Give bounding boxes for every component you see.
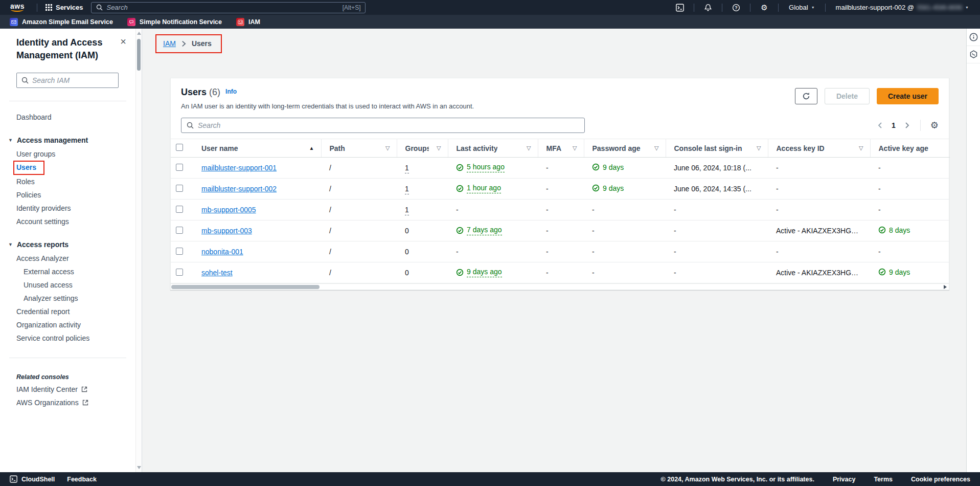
column-active-key-age[interactable]: Active key age <box>879 144 928 152</box>
cell-password-age: - <box>592 227 595 235</box>
delete-button[interactable]: Delete <box>825 88 870 104</box>
favorite-iam[interactable]: IAM <box>236 18 260 26</box>
user-name-link[interactable]: nobonita-001 <box>201 248 243 256</box>
filter-icon[interactable]: ▽ <box>654 145 658 151</box>
select-all-checkbox[interactable] <box>176 144 183 151</box>
check-circle-icon <box>878 268 886 276</box>
close-icon[interactable]: × <box>120 37 126 46</box>
cell-access-key-id: Active - AKIAZXEX3HG… <box>776 227 858 235</box>
sidebar-item-account-settings[interactable]: Account settings <box>16 215 135 228</box>
last-activity-status[interactable]: 5 hours ago <box>456 163 505 172</box>
groups-count-link[interactable]: 1 <box>405 206 409 215</box>
sidebar-search[interactable] <box>16 73 119 88</box>
user-name-link[interactable]: mailbluster-support-001 <box>201 164 277 172</box>
sidebar-item-credential-report[interactable]: Credential report <box>16 305 135 318</box>
cookie-preferences-link[interactable]: Cookie preferences <box>911 476 970 483</box>
sidebar-item-dashboard[interactable]: Dashboard <box>16 111 135 124</box>
sidebar-item-policies[interactable]: Policies <box>16 188 135 202</box>
sidebar-search-input[interactable] <box>32 76 113 84</box>
row-checkbox[interactable] <box>176 248 183 255</box>
table-search-input[interactable] <box>198 121 579 129</box>
create-user-button[interactable]: Create user <box>877 88 939 104</box>
column-mfa[interactable]: MFA <box>546 144 562 152</box>
sidebar-item-user-groups[interactable]: User groups <box>16 147 135 161</box>
refresh-button[interactable] <box>795 88 817 104</box>
filter-icon[interactable]: ▽ <box>859 145 863 151</box>
favorite-ses[interactable]: Amazon Simple Email Service <box>10 18 113 26</box>
column-access-key-id[interactable]: Access key ID <box>777 144 825 152</box>
previous-page-icon[interactable] <box>877 122 884 129</box>
user-name-link[interactable]: mb-support-0005 <box>201 206 256 214</box>
aws-logo[interactable]: aws <box>6 3 32 12</box>
column-password-age[interactable]: Password age <box>592 144 641 152</box>
filter-icon[interactable]: ▽ <box>437 145 441 151</box>
last-activity-status[interactable]: 9 days ago <box>456 268 502 277</box>
column-console-last-sign-in[interactable]: Console last sign-in <box>674 144 742 152</box>
help-button[interactable]: ? <box>727 4 745 12</box>
row-checkbox[interactable] <box>176 227 183 234</box>
account-menu[interactable]: mailbluster-support-002 @ 5581-4586-8696… <box>831 4 974 11</box>
terms-link[interactable]: Terms <box>874 476 893 483</box>
global-search[interactable]: [Alt+S] <box>91 2 366 13</box>
row-checkbox[interactable] <box>176 269 183 276</box>
sidebar-item-iam-identity-center[interactable]: IAM Identity Center <box>16 383 135 396</box>
sidebar-item-unused-access[interactable]: Unused access <box>24 278 135 292</box>
page-number[interactable]: 1 <box>892 121 896 129</box>
cloudshell-footer-button[interactable]: CloudShell <box>10 475 55 483</box>
column-groups[interactable]: Groups <box>405 144 429 152</box>
filter-icon[interactable]: ▽ <box>757 145 761 151</box>
privacy-link[interactable]: Privacy <box>833 476 855 483</box>
scroll-right-arrow[interactable] <box>944 285 947 289</box>
table-settings-icon[interactable]: ⚙ <box>930 121 939 130</box>
feedback-button[interactable]: Feedback <box>67 476 97 483</box>
sidebar-item-organization-activity[interactable]: Organization activity <box>16 318 135 332</box>
row-checkbox[interactable] <box>176 185 183 192</box>
region-selector[interactable]: Global ▼ <box>784 4 820 11</box>
favorite-sns[interactable]: Simple Notification Service <box>127 18 222 26</box>
breadcrumb-iam-link[interactable]: IAM <box>163 39 176 48</box>
row-checkbox[interactable] <box>176 164 183 171</box>
scroll-up-arrow[interactable] <box>137 32 141 35</box>
sidebar-item-users[interactable]: Users <box>16 162 36 172</box>
scroll-down-arrow[interactable] <box>137 466 141 469</box>
sidebar-item-roles[interactable]: Roles <box>16 175 135 188</box>
column-last-activity[interactable]: Last activity <box>457 144 498 152</box>
groups-count-link[interactable]: 1 <box>405 164 409 173</box>
row-checkbox[interactable] <box>176 206 183 213</box>
column-user-name[interactable]: User name <box>201 144 238 152</box>
sidebar-section-access-management[interactable]: ▼ Access management <box>8 136 135 144</box>
last-activity-status[interactable]: 7 days ago <box>456 226 502 235</box>
sort-ascending-icon[interactable]: ▲ <box>309 145 314 151</box>
global-search-input[interactable] <box>106 4 338 11</box>
next-page-icon[interactable] <box>903 122 910 129</box>
scrollbar-thumb[interactable] <box>137 39 141 71</box>
sidebar-item-external-access[interactable]: External access <box>24 265 135 278</box>
settings-button[interactable]: ⚙ <box>756 4 773 11</box>
tools-panel-button[interactable] <box>967 46 980 63</box>
info-panel-button[interactable] <box>967 29 980 46</box>
sidebar-item-service-control-policies[interactable]: Service control policies <box>16 332 135 345</box>
cell-access-key-id: - <box>776 185 779 193</box>
sidebar-item-identity-providers[interactable]: Identity providers <box>16 202 135 215</box>
filter-icon[interactable]: ▽ <box>385 145 390 151</box>
sidebar-item-access-analyzer[interactable]: Access Analyzer <box>16 252 135 265</box>
info-link[interactable]: Info <box>225 88 237 95</box>
last-activity-status[interactable]: 1 hour ago <box>456 184 501 193</box>
sidebar-section-access-reports[interactable]: ▼ Access reports <box>8 240 135 249</box>
notifications-button[interactable] <box>699 4 717 12</box>
scrollbar-thumb[interactable] <box>171 285 320 289</box>
user-name-link[interactable]: sohel-test <box>201 269 233 277</box>
sidebar-item-aws-organizations[interactable]: AWS Organizations <box>16 396 135 409</box>
filter-icon[interactable]: ▽ <box>573 145 577 151</box>
services-menu[interactable]: Services <box>42 4 86 11</box>
sidebar-scrollbar[interactable] <box>135 29 142 472</box>
filter-icon[interactable]: ▽ <box>527 145 531 151</box>
table-search[interactable] <box>181 118 585 133</box>
column-path[interactable]: Path <box>330 144 345 152</box>
horizontal-scrollbar[interactable] <box>171 283 949 290</box>
user-name-link[interactable]: mb-support-003 <box>201 227 252 235</box>
sidebar-item-analyzer-settings[interactable]: Analyzer settings <box>24 292 135 305</box>
groups-count-link[interactable]: 1 <box>405 185 409 194</box>
cloudshell-button[interactable] <box>671 4 689 12</box>
user-name-link[interactable]: mailbluster-support-002 <box>201 185 277 193</box>
